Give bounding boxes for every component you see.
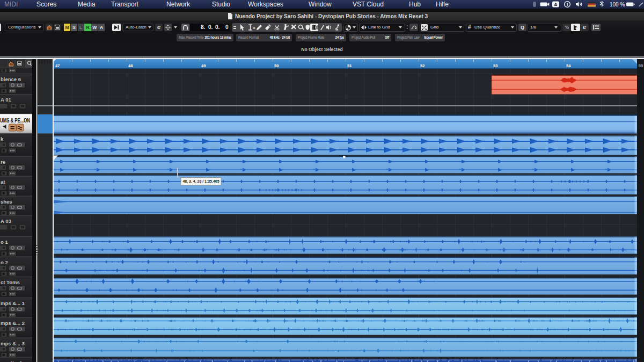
svg-text:100 %: 100 % [610,2,625,8]
svg-text:k: k [1,136,4,142]
svg-text:A 01: A 01 [1,97,11,103]
svg-text:48: 48 [128,63,133,68]
svg-text:53: 53 [493,63,497,68]
svg-text:54: 54 [566,63,571,68]
svg-text:mps &... 1: mps &... 1 [1,300,25,306]
svg-text:mps &... 2: mps &... 2 [1,320,25,326]
svg-text:ct Toms: ct Toms [1,279,20,285]
svg-text:48. 3. 4. 28 / 1:35.405: 48. 3. 4. 28 / 1:35.405 [183,179,219,184]
svg-text:52: 52 [420,63,425,68]
svg-text:re: re [1,159,5,165]
svg-text:A 03: A 03 [1,218,11,224]
svg-text:bience 6: bience 6 [1,76,21,82]
svg-text:mps &... 3: mps &... 3 [1,341,25,346]
svg-text:55: 55 [639,63,643,68]
svg-text:a: a [253,25,255,30]
svg-text:UMS & PE...ON: UMS & PE...ON [0,118,30,124]
svg-text:o 2: o 2 [1,259,8,265]
svg-text:at: at [1,179,5,185]
svg-text:51: 51 [347,63,352,68]
svg-text:50: 50 [274,63,279,68]
svg-text:47: 47 [55,63,60,68]
svg-text:49: 49 [201,63,206,68]
svg-text:o 1: o 1 [1,239,8,245]
svg-text:emati... 1: emati... 1 [1,360,23,362]
svg-text:shes: shes [1,199,12,205]
